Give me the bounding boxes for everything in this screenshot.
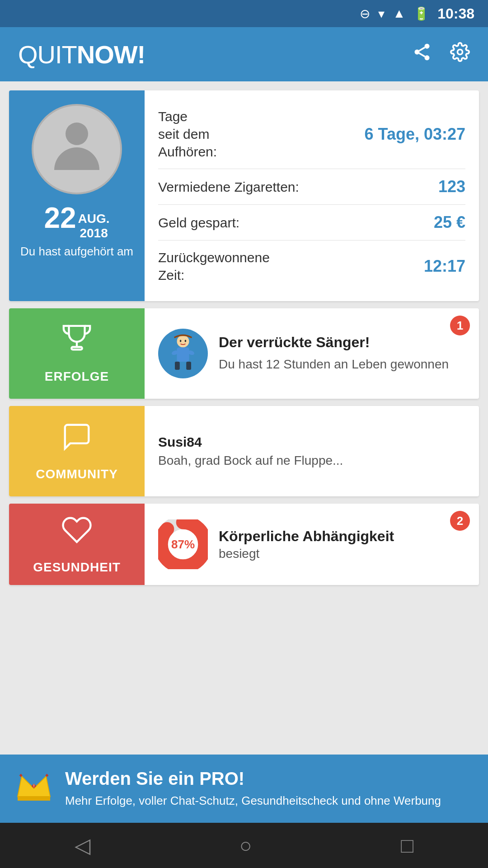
achievements-card[interactable]: ERFOLGE 1	[9, 308, 479, 399]
chat-icon	[61, 421, 93, 460]
community-tile[interactable]: COMMUNITY	[9, 406, 145, 496]
svg-point-6	[66, 123, 88, 145]
community-label: COMMUNITY	[36, 467, 118, 481]
achievements-tile[interactable]: ERFOLGE	[9, 308, 145, 399]
stat-value-money: 25 €	[434, 213, 465, 232]
stat-value-cigarettes: 123	[438, 177, 465, 196]
do-not-disturb-icon: ⊖	[360, 6, 370, 21]
logo-quit: QUIT	[18, 40, 77, 69]
heart-icon	[61, 514, 93, 553]
back-icon[interactable]: ◁	[75, 833, 90, 858]
stat-row-time: ZurückgewonneneZeit: 12:17	[158, 241, 465, 292]
wifi-icon: ▾	[378, 6, 385, 21]
stat-label-days: Tageseit demAufhören:	[158, 108, 217, 160]
status-bar: ⊖ ▾ ▲ 🔋 10:38	[0, 0, 488, 27]
settings-icon[interactable]	[450, 42, 470, 66]
app-header: QUITNOW!	[0, 27, 488, 81]
stat-row-cigarettes: Vermiedene Zigaretten: 123	[158, 169, 465, 205]
pro-banner[interactable]: Werden Sie ein PRO! Mehr Erfolge, voller…	[0, 755, 488, 823]
trophy-icon	[61, 323, 93, 362]
crown-icon	[14, 765, 54, 812]
share-icon[interactable]	[412, 42, 432, 66]
quit-date-month: AUG.	[78, 212, 110, 226]
health-text: Körperliche Abhängigkeit besiegt	[219, 528, 465, 561]
health-label: GESUNDHEIT	[33, 560, 121, 575]
avatar-icon	[50, 116, 104, 183]
achievements-badge: 1	[450, 316, 470, 335]
quit-date-day: 22	[44, 202, 76, 234]
svg-point-1	[415, 50, 420, 55]
stat-label-cigarettes: Vermiedene Zigaretten:	[158, 178, 299, 196]
svg-rect-10	[177, 348, 189, 362]
pro-text: Werden Sie ein PRO! Mehr Erfolge, voller…	[65, 769, 474, 809]
stat-value-time: 12:17	[424, 257, 465, 276]
stat-row-money: Geld gespart: 25 €	[158, 205, 465, 241]
pro-desc: Mehr Erfolge, voller Chat-Schutz, Gesund…	[65, 793, 474, 809]
stats-card: 22 AUG. 2018 Du hast aufgehört am Tagese…	[9, 90, 479, 301]
achievement-avatar	[158, 329, 208, 378]
community-message: Boah, grad Bock auf ne Fluppe...	[158, 453, 465, 468]
health-progress-label: 87%	[171, 538, 195, 552]
svg-rect-12	[186, 362, 191, 370]
main-content: 22 AUG. 2018 Du hast aufgehört am Tagese…	[0, 81, 488, 755]
health-title: Körperliche Abhängigkeit	[219, 528, 465, 545]
svg-marker-21	[18, 797, 50, 801]
community-user: Susi84	[158, 434, 465, 450]
health-card[interactable]: GESUNDHEIT 2 87% Körperliche Abhängigkei…	[9, 504, 479, 585]
stat-label-money: Geld gespart:	[158, 214, 239, 231]
svg-rect-8	[71, 347, 82, 350]
health-badge: 2	[450, 511, 470, 531]
achievement-title: Der verrückte Sänger!	[219, 334, 465, 351]
svg-line-3	[419, 53, 425, 57]
achievements-label: ERFOLGE	[45, 369, 109, 384]
status-time: 10:38	[437, 5, 474, 22]
achievements-content: 1 Der verrückte Sänger!	[145, 308, 479, 399]
quit-date-year: 2018	[78, 226, 110, 241]
health-progress-circle: 87%	[158, 519, 208, 569]
svg-point-5	[458, 50, 463, 55]
stat-row-days: Tageseit demAufhören: 6 Tage, 03:27	[158, 99, 465, 169]
svg-point-17	[185, 340, 187, 342]
achievement-desc: Du hast 12 Stunden an Leben gewonnen	[219, 355, 465, 373]
app-logo: QUITNOW!	[18, 40, 145, 69]
recents-icon[interactable]: □	[401, 833, 413, 858]
status-icons: ⊖ ▾ ▲ 🔋 10:38	[360, 5, 474, 22]
svg-rect-11	[175, 362, 180, 370]
stat-label-time: ZurückgewonneneZeit:	[158, 249, 270, 284]
quit-date-label: Du hast aufgehört am	[20, 244, 133, 259]
stats-section: Tageseit demAufhören: 6 Tage, 03:27 Verm…	[145, 90, 479, 301]
achievement-text: Der verrückte Sänger! Du hast 12 Stunden…	[219, 334, 465, 373]
home-icon[interactable]: ○	[239, 833, 252, 858]
avatar	[32, 104, 122, 194]
logo-now: NOW!	[77, 40, 145, 69]
nav-bar: ◁ ○ □	[0, 823, 488, 868]
stat-value-days: 6 Tage, 03:27	[365, 125, 465, 144]
signal-icon: ▲	[393, 6, 405, 21]
health-desc: besiegt	[219, 547, 465, 561]
health-tile[interactable]: GESUNDHEIT	[9, 504, 145, 585]
profile-section: 22 AUG. 2018 Du hast aufgehört am	[9, 90, 145, 301]
svg-point-16	[180, 340, 182, 342]
community-card[interactable]: COMMUNITY Susi84 Boah, grad Bock auf ne …	[9, 406, 479, 496]
quit-date: 22 AUG. 2018 Du hast aufgehört am	[20, 203, 133, 259]
battery-icon: 🔋	[413, 6, 429, 21]
svg-point-2	[425, 55, 430, 60]
header-actions	[412, 42, 470, 66]
community-content: Susi84 Boah, grad Bock auf ne Fluppe...	[145, 406, 479, 496]
svg-point-0	[425, 44, 430, 49]
pro-title: Werden Sie ein PRO!	[65, 769, 474, 789]
svg-line-4	[419, 47, 425, 51]
health-content: 2 87% Körperliche Abhängigkeit besiegt	[145, 504, 479, 585]
